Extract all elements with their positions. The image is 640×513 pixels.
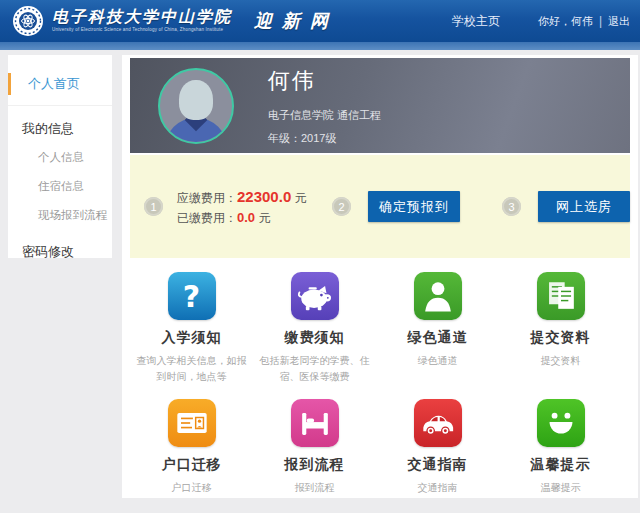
fee-paid-row: 已缴费用：0.0 元 [177,208,314,228]
piggy-bank-icon [291,272,339,320]
fee-due-label: 应缴费用： [177,191,237,205]
step-2-badge: 2 [332,197,351,216]
university-brand: 电子科技大学中山学院 University of Electronic Scie… [52,9,232,33]
grid-item-green-channel[interactable]: 绿色通道 绿色通道 [376,272,499,385]
link-separator: | [599,14,602,28]
grid-item-label: 户口迁移 [162,456,222,474]
step-1-badge: 1 [144,197,163,216]
grid-item-label: 绿色通道 [408,329,468,347]
school-homepage-link[interactable]: 学校主页 [452,13,500,30]
sidebar-item-personal-info[interactable]: 个人信息 [8,142,112,171]
logout-link[interactable]: 退出 [608,14,630,29]
grid-item-warm-tips[interactable]: 温馨提示 温馨提示 [499,399,622,496]
top-navbar: 电子科技大学中山学院 University of Electronic Scie… [0,0,640,42]
grid-item-traffic-guide[interactable]: 交通指南 交通指南 [376,399,499,496]
step-3-badge: 3 [502,197,521,216]
payment-steps-bar: 1 应缴费用：22300.0 元 已缴费用：0.0 元 2 确定预报到 3 网上… [130,155,630,258]
sidebar-section-my-info[interactable]: 我的信息 [8,106,112,142]
student-grade: 年级：2017级 [268,131,381,146]
grid-item-subtitle: 绿色通道 [379,353,497,369]
fee-paid-amount: 0.0 [237,210,255,225]
sidebar-item-accommodation-info[interactable]: 住宿信息 [8,171,112,200]
main-content: 何伟 电子信息学院 通信工程 年级：2017级 1 应缴费用：22300.0 元… [122,55,638,498]
topbar-links: 学校主页 你好，何伟 | 退出 [452,13,630,30]
university-name-english: University of Electronic Science and Tec… [52,28,232,33]
grid-item-label: 温馨提示 [531,456,591,474]
question-glyph: ? [183,279,200,314]
student-department: 电子信息学院 通信工程 [268,108,381,123]
sidebar-item-label: 个人首页 [28,76,80,91]
question-icon: ? [168,272,216,320]
online-room-selection-button[interactable]: 网上选房 [538,191,630,222]
grid-item-payment-notice[interactable]: 缴费须知 包括新老同学的学费、住宿、医保等缴费 [253,272,376,385]
grid-item-label: 报到流程 [285,456,345,474]
grid-item-registration-process[interactable]: 报到流程 报到流程 [253,399,376,496]
grid-item-subtitle: 户口迁移 [133,480,251,496]
grid-item-household-transfer[interactable]: 户口迁移 户口迁移 [130,399,253,496]
active-indicator-bar [8,73,11,95]
documents-icon [537,272,585,320]
person-icon [414,272,462,320]
quick-links-grid: ? 入学须知 查询入学相关信息，如报到时间，地点等 缴费须知 [130,272,622,496]
fee-due-amount: 22300.0 [237,188,291,205]
avatar-head [179,80,213,120]
grid-item-subtitle: 温馨提示 [502,480,620,496]
user-greeting: 你好，何伟 [538,14,593,29]
university-name: 电子科技大学中山学院 [52,9,232,25]
fee-due-row: 应缴费用：22300.0 元 [177,185,314,208]
sidebar-item-onsite-registration[interactable]: 现场报到流程 [8,200,112,229]
grid-item-subtitle: 报到流程 [256,480,374,496]
grid-item-label: 交通指南 [408,456,468,474]
fee-paid-label: 已缴费用： [177,211,237,225]
bed-icon [291,399,339,447]
grid-item-label: 提交资料 [531,329,591,347]
id-card-icon [168,399,216,447]
sidebar-section-change-password[interactable]: 密码修改 [8,229,112,265]
fee-due-unit: 元 [291,191,306,205]
profile-banner: 何伟 电子信息学院 通信工程 年级：2017级 [130,58,630,153]
site-title: 迎新网 [254,9,338,33]
grid-item-label: 入学须知 [162,329,222,347]
car-icon [414,399,462,447]
sidebar: 个人首页 我的信息 个人信息 住宿信息 现场报到流程 密码修改 [8,55,112,258]
grid-item-subtitle: 包括新老同学的学费、住宿、医保等缴费 [256,353,374,385]
smiley-icon [537,399,585,447]
grid-item-submit-documents[interactable]: 提交资料 提交资料 [499,272,622,385]
grid-item-subtitle: 查询入学相关信息，如报到时间，地点等 [133,353,251,385]
avatar [158,68,234,144]
grid-item-label: 缴费须知 [285,329,345,347]
fee-paid-unit: 元 [255,211,270,225]
confirm-preregistration-button[interactable]: 确定预报到 [368,191,460,222]
profile-text: 何伟 电子信息学院 通信工程 年级：2017级 [268,66,381,146]
grid-item-subtitle: 提交资料 [502,353,620,369]
fees-summary: 应缴费用：22300.0 元 已缴费用：0.0 元 [177,185,314,228]
header-accent-strip [0,42,640,50]
student-name: 何伟 [268,66,381,96]
grid-item-enrollment-notice[interactable]: ? 入学须知 查询入学相关信息，如报到时间，地点等 [130,272,253,385]
grid-item-subtitle: 交通指南 [379,480,497,496]
sidebar-item-personal-home[interactable]: 个人首页 [8,65,112,106]
university-logo-icon [12,5,44,37]
